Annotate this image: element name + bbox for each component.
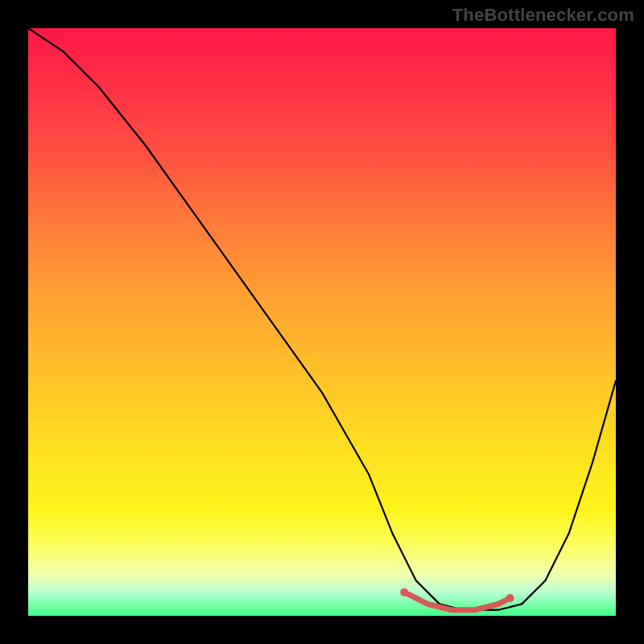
curve-overlay: [28, 28, 616, 616]
chart-container: TheBottleneсker.com: [0, 0, 644, 644]
highlight-dot-right: [506, 594, 514, 602]
bottleneck-curve: [28, 28, 616, 610]
minimum-highlight: [404, 592, 510, 610]
highlight-dot-left: [400, 588, 408, 597]
plot-area: [28, 28, 616, 616]
watermark-text: TheBottleneсker.com: [452, 5, 634, 26]
